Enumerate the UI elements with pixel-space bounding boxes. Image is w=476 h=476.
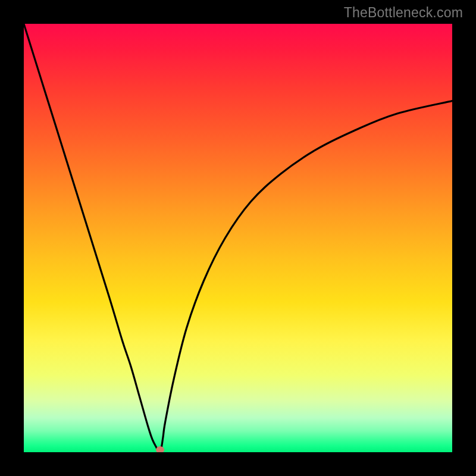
attribution-label: TheBottleneck.com — [344, 5, 463, 21]
plot-area — [24, 24, 452, 452]
gradient-background — [24, 24, 452, 452]
chart-frame: TheBottleneck.com — [0, 0, 476, 476]
